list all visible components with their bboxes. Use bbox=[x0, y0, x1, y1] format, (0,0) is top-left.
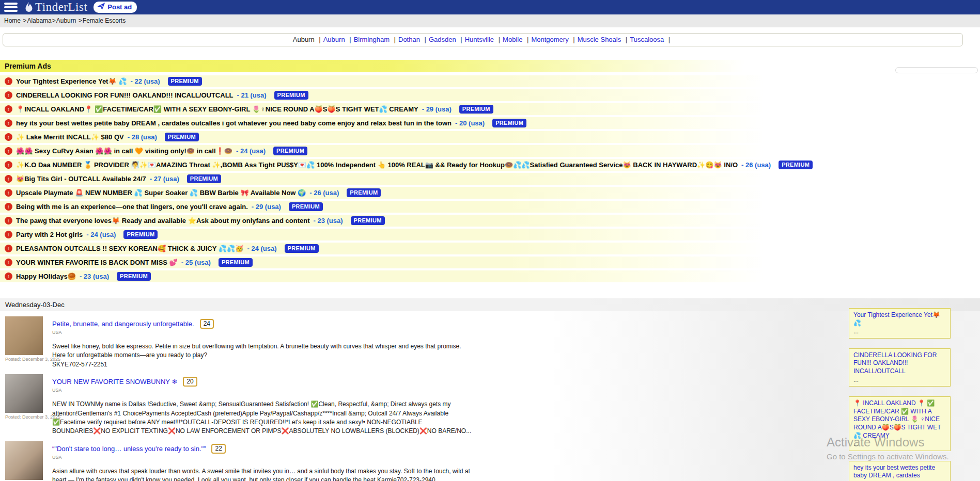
premium-ad-title[interactable]: Party with 2 Hot girls bbox=[16, 231, 83, 238]
sidebar-ad-more: ... bbox=[853, 376, 946, 384]
paper-plane-icon bbox=[98, 3, 105, 11]
sidebar-ad-box[interactable]: hey its your best wettes petite baby DRE… bbox=[849, 461, 951, 481]
city-link-montgomery[interactable]: Montgomery bbox=[531, 36, 568, 43]
sidebar-ad-box[interactable]: 📍 INCALL OAKLAND 📍 ✅ FACETIME/CAR ✅ WITH… bbox=[849, 396, 951, 451]
site-logo[interactable]: TinderList bbox=[24, 1, 87, 14]
listing-country: USA bbox=[52, 330, 473, 335]
sidebar-ad-title: CINDERELLA LOOKING FOR FUN!!! OAKLAND!!!… bbox=[853, 351, 946, 376]
premium-ad-row[interactable]: ↑ 📍INCALL OAKLAND📍 ✅FACETIME/CAR✅ WITH A… bbox=[0, 103, 980, 115]
city-link-dothan[interactable]: Dothan bbox=[398, 36, 420, 43]
premium-ad-row[interactable]: ↑ Upscale Playmate 🚨 NEW NUMBER 💦 Super … bbox=[0, 187, 980, 199]
premium-ad-age: - 28 (usa) bbox=[128, 133, 157, 141]
listing-item: Posted: December 3, 2025 “"Don't stare t… bbox=[0, 436, 980, 481]
pipe-separator: | bbox=[394, 36, 396, 43]
sidebar-ad-box[interactable]: CINDERELLA LOOKING FOR FUN!!! OAKLAND!!!… bbox=[849, 348, 951, 387]
breadcrumb-state[interactable]: Alabama bbox=[27, 17, 51, 24]
city-link-tuscaloosa[interactable]: Tuscaloosa bbox=[630, 36, 664, 43]
premium-badge: PREMIUM bbox=[779, 161, 813, 169]
breadcrumb: Home >Alabama>Auburn >Female Escorts bbox=[0, 14, 980, 27]
premium-ad-age: - 21 (usa) bbox=[237, 91, 267, 99]
premium-ad-age: - 23 (usa) bbox=[80, 272, 109, 280]
bump-up-icon: ↑ bbox=[5, 189, 12, 197]
current-city: Auburn bbox=[293, 36, 315, 43]
premium-ad-age: - 23 (usa) bbox=[313, 217, 343, 225]
premium-badge: PREMIUM bbox=[219, 258, 253, 267]
city-link-mobile[interactable]: Mobile bbox=[503, 36, 522, 43]
menu-icon[interactable] bbox=[4, 3, 18, 12]
premium-badge: PREMIUM bbox=[123, 230, 158, 239]
bump-up-icon: ↑ bbox=[5, 77, 12, 85]
breadcrumb-category: Female Escorts bbox=[83, 17, 126, 24]
premium-ad-row[interactable]: ↑ ✨ Lake Merritt INCALL✨ $80 QV - 28 (us… bbox=[0, 131, 980, 143]
city-link-muscle-shoals[interactable]: Muscle Shoals bbox=[578, 36, 621, 43]
bump-up-icon: ↑ bbox=[5, 105, 12, 113]
listing-description: Asian allure with curves that speak loud… bbox=[52, 467, 473, 481]
breadcrumb-separator: > bbox=[23, 17, 26, 24]
premium-ad-title[interactable]: YOUR WINTER FAVORITE IS BACK DONT MISS 💕 bbox=[16, 259, 178, 266]
pipe-separator: | bbox=[668, 36, 670, 43]
age-badge: 24 bbox=[200, 319, 214, 329]
pipe-separator: | bbox=[349, 36, 351, 43]
premium-ad-row[interactable]: ↑ The pawg that everyone loves🦊 Ready an… bbox=[0, 215, 980, 227]
listing-thumbnail[interactable] bbox=[5, 316, 43, 355]
premium-ad-row[interactable]: ↑ Party with 2 Hot girls - 24 (usa) PREM… bbox=[0, 229, 980, 241]
city-link-birmingham[interactable]: Birmingham bbox=[354, 36, 390, 43]
premium-ad-title[interactable]: 😻Big Tits Girl - OUTCALL Available 24/7 bbox=[16, 175, 146, 183]
breadcrumb-city[interactable]: Auburn bbox=[56, 17, 76, 24]
listing-description: NEW IN TOWNMy name is Dallas !Seductive,… bbox=[52, 400, 473, 436]
premium-ad-row[interactable]: ↑ hey its your best wettes petite baby D… bbox=[0, 117, 980, 129]
city-link-huntsville[interactable]: Huntsville bbox=[465, 36, 494, 43]
premium-ad-row[interactable]: ↑ 🌺🌺 Sexy CuRvy Asian 🌺🌺 in call 🧡 visit… bbox=[0, 145, 980, 157]
premium-ad-title[interactable]: Being with me is an experience—one that … bbox=[16, 203, 248, 211]
pipe-separator: | bbox=[319, 36, 320, 43]
premium-ad-title[interactable]: Your Tightest Experience Yet🦊 💦 bbox=[16, 77, 127, 85]
premium-ad-row[interactable]: ↑ CINDERELLA LOOKING FOR FUN!!! OAKLAND!… bbox=[0, 89, 980, 101]
posted-date: Posted: December 3, 2025 bbox=[5, 357, 43, 362]
city-link-gadsden[interactable]: Gadsden bbox=[429, 36, 456, 43]
premium-ad-title[interactable]: CINDERELLA LOOKING FOR FUN!!! OAKLAND!!!… bbox=[16, 91, 234, 99]
city-link-auburn[interactable]: Auburn bbox=[323, 36, 345, 43]
ad-placeholder-box bbox=[895, 67, 978, 73]
premium-ad-title[interactable]: ✨ Lake Merritt INCALL✨ $80 QV bbox=[16, 133, 124, 141]
premium-ad-age: - 26 (usa) bbox=[309, 189, 339, 197]
premium-ad-row[interactable]: ↑ ✨K.O Daa NUMBER 🏅 PROVIDER 🧖✨💌AMAZING … bbox=[0, 159, 980, 171]
premium-ad-title[interactable]: hey its your best wettes petite baby DRE… bbox=[16, 119, 452, 127]
premium-ad-row[interactable]: ↑ 😻Big Tits Girl - OUTCALL Available 24/… bbox=[0, 173, 980, 185]
sidebar-ad-title: Your Tightest Experience Yet🦊 💦 bbox=[853, 311, 946, 327]
premium-ad-row[interactable]: ↑ Being with me is an experience—one tha… bbox=[0, 201, 980, 213]
bump-up-icon: ↑ bbox=[5, 91, 12, 99]
listing-thumbnail[interactable] bbox=[5, 441, 43, 480]
premium-ad-title[interactable]: PLEASANTON OUTCALLS !! SEXY KOREAN🥰 THIC… bbox=[16, 245, 243, 252]
premium-ad-title[interactable]: ✨K.O Daa NUMBER 🏅 PROVIDER 🧖✨💌AMAZING Th… bbox=[16, 161, 738, 169]
listing-title-link[interactable]: “"Don't stare too long… unless you're re… bbox=[52, 445, 206, 453]
post-ad-button[interactable]: Post ad bbox=[94, 2, 137, 13]
premium-ad-age: - 27 (usa) bbox=[150, 175, 179, 183]
premium-ad-age: - 24 (usa) bbox=[236, 147, 266, 155]
flame-icon bbox=[24, 2, 34, 13]
premium-ad-row[interactable]: ↑ Your Tightest Experience Yet🦊 💦 - 22 (… bbox=[0, 75, 980, 87]
listing-thumbnail[interactable] bbox=[5, 374, 43, 413]
premium-ad-row[interactable]: ↑ PLEASANTON OUTCALLS !! SEXY KOREAN🥰 TH… bbox=[0, 243, 980, 254]
premium-ad-title[interactable]: Upscale Playmate 🚨 NEW NUMBER 💦 Super So… bbox=[16, 189, 306, 197]
pipe-separator: | bbox=[499, 36, 500, 43]
premium-ad-title[interactable]: Happy HOlidays🥮 bbox=[16, 272, 76, 280]
premium-ad-age: - 25 (usa) bbox=[181, 259, 211, 266]
premium-badge: PREMIUM bbox=[347, 188, 381, 197]
premium-ad-row[interactable]: ↑ YOUR WINTER FAVORITE IS BACK DONT MISS… bbox=[0, 256, 980, 268]
sidebar-ad-box[interactable]: Your Tightest Experience Yet🦊 💦 ... bbox=[849, 308, 951, 339]
pipe-separator: | bbox=[460, 36, 462, 43]
listing-country: USA bbox=[52, 455, 473, 460]
premium-ad-title[interactable]: The pawg that everyone loves🦊 Ready and … bbox=[16, 217, 309, 225]
bump-up-icon: ↑ bbox=[5, 161, 12, 169]
site-logo-text: TinderList bbox=[35, 1, 87, 14]
posted-date: Posted: December 3, 2025 bbox=[5, 414, 43, 420]
premium-ad-title[interactable]: 🌺🌺 Sexy CuRvy Asian 🌺🌺 in call 🧡 visitin… bbox=[16, 147, 232, 155]
listing-title-link[interactable]: YOUR NEW FAVORITE SNOWBUNNY ❄ bbox=[52, 378, 177, 386]
daily-listings-section: Wednesday-03-Dec Posted: December 3, 202… bbox=[0, 298, 980, 481]
premium-ad-title[interactable]: 📍INCALL OAKLAND📍 ✅FACETIME/CAR✅ WITH A S… bbox=[16, 105, 418, 113]
premium-ad-row[interactable]: ↑ Happy HOlidays🥮 - 23 (usa) PREMIUM bbox=[0, 270, 980, 282]
breadcrumb-home[interactable]: Home bbox=[4, 17, 21, 24]
premium-badge: PREMIUM bbox=[289, 202, 323, 211]
top-navigation-bar: TinderList Post ad bbox=[0, 0, 980, 14]
listing-title-link[interactable]: Petite, brunette, and dangerously unforg… bbox=[52, 320, 194, 328]
